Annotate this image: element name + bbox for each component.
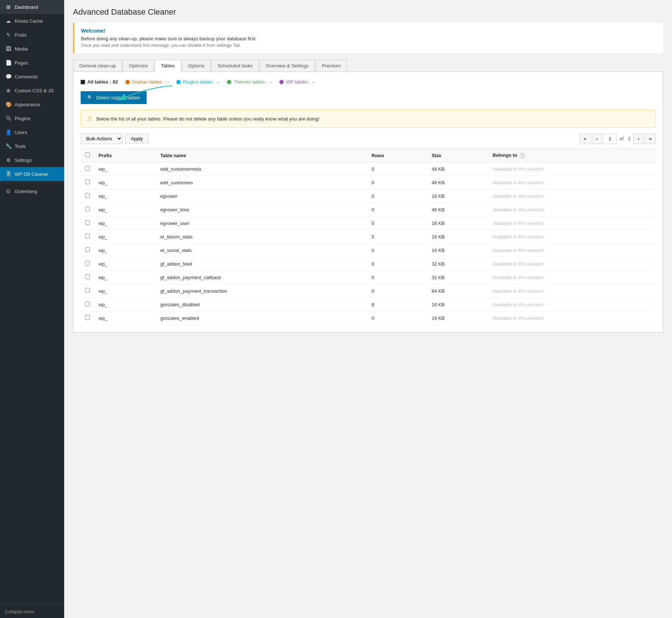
filter-all-tables[interactable]: All tables : 82 [81, 79, 118, 85]
filter-plugins[interactable]: Plugins tables : -- [176, 79, 220, 85]
sidebar-label-settings: Settings [15, 158, 32, 163]
sidebar-item-wp-db-cleaner[interactable]: 🗄WP DB Cleaner [0, 167, 64, 181]
row-checkbox-cell [81, 203, 94, 217]
row-belongs-to: Available in Pro version! [488, 189, 656, 203]
warning-box: ⚠ Below the list of all your tables. Ple… [81, 110, 656, 127]
sidebar-item-custom-css-js[interactable]: ⊕Custom CSS & JS [0, 84, 64, 97]
row-prefix: wp_ [94, 203, 156, 217]
row-rows: 0 [367, 284, 427, 298]
sidebar-item-pages[interactable]: 📄Pages [0, 56, 64, 70]
sidebar-item-users[interactable]: 👤Users [0, 125, 64, 139]
sidebar-label-plugins: Plugins [15, 116, 30, 121]
row-checkbox-cell [81, 271, 94, 284]
last-page-button[interactable]: » [645, 134, 656, 144]
warning-icon: ⚠ [87, 115, 93, 123]
row-checkbox-1[interactable] [85, 180, 90, 184]
tab-overview-settings[interactable]: Overview & Settings [260, 60, 315, 71]
sidebar-item-plugins[interactable]: 🔌Plugins [0, 111, 64, 125]
row-belongs-to: Available in Pro version! [488, 217, 656, 230]
row-checkbox-8[interactable] [85, 274, 90, 279]
tab-general-cleanup[interactable]: General clean-up [73, 60, 122, 71]
sidebar-item-dashboard[interactable]: ⊞Dashboard [0, 0, 64, 14]
row-checkbox-4[interactable] [85, 220, 90, 225]
sidebar-item-appearance[interactable]: 🎨Appearance [0, 97, 64, 111]
row-rows: 0 [367, 271, 427, 284]
table-row: wp_ gonzales_disabled 8 16 KB Available … [81, 298, 656, 311]
filter-themes[interactable]: Themes tables : -- [227, 79, 272, 85]
sidebar-label-gutenberg: Gutenberg [15, 189, 37, 194]
select-all-checkbox[interactable] [85, 152, 90, 157]
row-checkbox-10[interactable] [85, 301, 90, 306]
sidebar-item-media[interactable]: 🖼Media [0, 42, 64, 56]
row-prefix: wp_ [94, 311, 156, 325]
tables-table: Prefix Table name Rows Size Belongs to i… [81, 148, 656, 325]
first-page-button[interactable]: « [580, 134, 590, 144]
sidebar-item-gutenberg[interactable]: GGutenberg [0, 184, 64, 198]
filter-dot-cyan [176, 80, 181, 84]
welcome-title: Welcome! [81, 28, 657, 34]
row-checkbox-6[interactable] [85, 247, 90, 252]
sidebar-item-comments[interactable]: 💬Comments [0, 70, 64, 84]
search-icon: 🔍 [87, 95, 93, 100]
sidebar-icon-dashboard: ⊞ [5, 4, 12, 10]
filter-themes-link[interactable]: Themes tables : -- [234, 79, 272, 85]
row-checkbox-7[interactable] [85, 261, 90, 266]
row-checkbox-5[interactable] [85, 234, 90, 238]
sidebar-icon-posts: ✎ [5, 32, 12, 38]
row-prefix: wp_ [94, 176, 156, 189]
row-checkbox-2[interactable] [85, 193, 90, 198]
detect-orphan-button[interactable]: 🔍 Detect orphan tables [81, 91, 147, 104]
detect-button-container: 🔍 Detect orphan tables [81, 91, 147, 110]
sidebar-item-kinsta-cache[interactable]: ☁Kinsta Cache [0, 14, 64, 28]
filter-plugins-link[interactable]: Plugins tables : -- [183, 79, 220, 85]
row-size: 16 KB [427, 298, 488, 311]
tab-premium[interactable]: Premium [316, 60, 347, 71]
next-page-button[interactable]: › [634, 134, 644, 144]
row-size: 48 KB [427, 162, 488, 176]
row-checkbox-3[interactable] [85, 207, 90, 211]
bulk-actions-select[interactable]: Bulk Actions [81, 133, 122, 144]
col-prefix: Prefix [94, 149, 156, 162]
prev-page-button[interactable]: ‹ [592, 134, 602, 144]
row-belongs-to: Available in Pro version! [488, 176, 656, 189]
collapse-menu[interactable]: Collapse menu [0, 606, 64, 618]
row-checkbox-0[interactable] [85, 166, 90, 171]
tab-optimize[interactable]: Optimize [123, 60, 154, 71]
row-checkbox-11[interactable] [85, 315, 90, 320]
sidebar-item-tools[interactable]: 🔧Tools [0, 139, 64, 153]
table-row: wp_ gonzales_enabled 0 16 KB Available i… [81, 311, 656, 325]
row-checkbox-cell [81, 217, 94, 230]
sidebar-icon-comments: 💬 [5, 73, 12, 80]
row-prefix: wp_ [94, 257, 156, 271]
table-row: wp_ edd_customers 0 48 KB Available in P… [81, 176, 656, 189]
sidebar-label-posts: Posts [15, 32, 27, 38]
page-number-input[interactable]: 1 [603, 134, 617, 144]
filter-orphan-link[interactable]: Orphan tables : -- [132, 79, 169, 85]
tab-options[interactable]: Options [182, 60, 211, 71]
filter-orphan[interactable]: Orphan tables : -- [125, 79, 169, 85]
row-size: 16 KB [427, 189, 488, 203]
belongs-to-info-icon[interactable]: i [520, 153, 525, 158]
row-rows: 0 [367, 203, 427, 217]
bulk-left: Bulk Actions Apply [81, 133, 148, 144]
apply-button[interactable]: Apply [125, 134, 148, 144]
row-checkbox-cell [81, 189, 94, 203]
filter-wp[interactable]: WP tables : -- [279, 79, 315, 85]
row-checkbox-9[interactable] [85, 288, 90, 293]
row-size: 32 KB [427, 257, 488, 271]
sidebar-item-settings[interactable]: ⚙Settings [0, 153, 64, 167]
row-size: 16 KB [427, 244, 488, 257]
row-checkbox-cell [81, 162, 94, 176]
row-rows: 8 [367, 298, 427, 311]
sidebar-icon-custom-css-js: ⊕ [5, 87, 12, 94]
row-belongs-to: Available in Pro version! [488, 244, 656, 257]
detect-button-label: Detect orphan tables [96, 95, 140, 100]
row-size: 64 KB [427, 284, 488, 298]
row-belongs-to: Available in Pro version! [488, 311, 656, 325]
row-belongs-to: Available in Pro version! [488, 257, 656, 271]
tab-scheduled-tasks[interactable]: Scheduled tasks [211, 60, 258, 71]
sidebar-label-wp-db-cleaner: WP DB Cleaner [15, 171, 48, 177]
sidebar-item-posts[interactable]: ✎Posts [0, 28, 64, 42]
tab-tables[interactable]: Tables [155, 60, 181, 72]
filter-wp-link[interactable]: WP tables : -- [286, 79, 315, 85]
